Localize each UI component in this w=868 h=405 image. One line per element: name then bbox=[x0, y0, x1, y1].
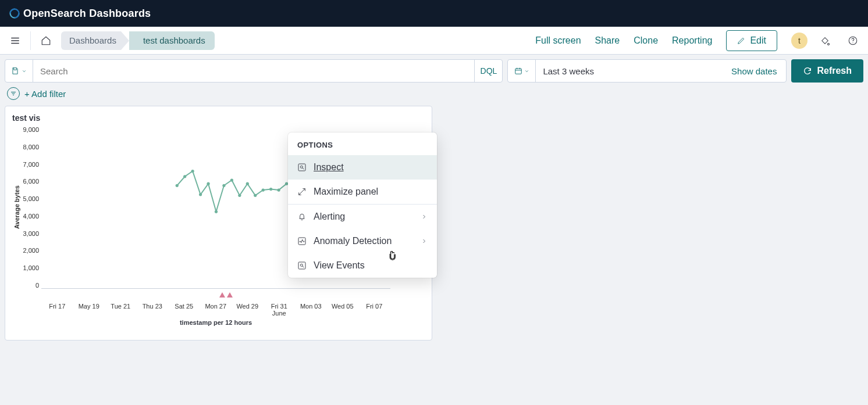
expand-icon bbox=[297, 187, 307, 196]
svg-point-10 bbox=[230, 178, 233, 181]
menu-item-inspect[interactable]: Inspect bbox=[288, 155, 437, 180]
svg-rect-25 bbox=[298, 262, 305, 269]
filter-bar: + Add filter bbox=[5, 83, 863, 106]
svg-point-14 bbox=[262, 188, 265, 191]
menu-item-anomaly[interactable]: Anomaly Detection bbox=[288, 229, 437, 253]
svg-point-6 bbox=[199, 193, 202, 196]
saved-queries-button[interactable] bbox=[5, 60, 33, 82]
panel-options-menu: OPTIONS Inspect Maximize panel Alerting … bbox=[288, 132, 437, 278]
edit-button[interactable]: Edit bbox=[726, 30, 777, 51]
full-screen-link[interactable]: Full screen bbox=[535, 35, 581, 46]
chevron-down-icon bbox=[524, 69, 529, 74]
menu-header: OPTIONS bbox=[288, 132, 437, 155]
home-button[interactable] bbox=[35, 30, 56, 51]
save-icon bbox=[11, 67, 19, 75]
opensearch-icon bbox=[9, 8, 20, 19]
appearance-button[interactable] bbox=[814, 30, 835, 51]
add-filter-link[interactable]: + Add filter bbox=[24, 89, 66, 99]
secondary-nav: Dashboards test dashboards Full screen S… bbox=[0, 27, 868, 55]
svg-point-5 bbox=[191, 170, 194, 173]
svg-point-3 bbox=[176, 184, 179, 187]
svg-point-9 bbox=[222, 184, 225, 187]
chevron-right-icon bbox=[421, 238, 428, 245]
annotation-markers bbox=[41, 289, 390, 299]
refresh-button[interactable]: Refresh bbox=[791, 59, 863, 83]
x-axis-ticks: Fri 17 May 19 Tue 21 Thu 23 Sat 25 Mon 2… bbox=[41, 303, 390, 317]
chevron-down-icon bbox=[22, 69, 27, 74]
help-icon bbox=[848, 35, 858, 46]
panel-title: test vis bbox=[12, 113, 425, 123]
avatar[interactable]: t bbox=[791, 33, 807, 49]
time-value[interactable]: Last 3 weeks bbox=[536, 60, 722, 82]
help-button[interactable] bbox=[842, 30, 863, 51]
app-title: OpenSearch Dashboards bbox=[23, 8, 151, 20]
y-axis-label: Average bytes bbox=[12, 126, 22, 289]
annotation-marker-icon bbox=[219, 292, 225, 298]
filter-icon bbox=[10, 90, 17, 97]
reporting-link[interactable]: Reporting bbox=[672, 35, 712, 46]
inspect-icon bbox=[297, 261, 307, 270]
menu-item-view-events[interactable]: View Events bbox=[288, 253, 437, 278]
bell-icon bbox=[297, 212, 307, 221]
svg-rect-22 bbox=[298, 164, 305, 171]
svg-point-1 bbox=[852, 42, 853, 43]
svg-point-4 bbox=[183, 175, 186, 178]
svg-point-12 bbox=[246, 182, 249, 185]
chevron-right-icon bbox=[421, 213, 428, 220]
dql-toggle[interactable]: DQL bbox=[474, 60, 502, 82]
hamburger-icon bbox=[10, 35, 20, 46]
x-axis-label: timestamp per 12 hours bbox=[41, 319, 390, 326]
search-input[interactable] bbox=[33, 60, 474, 82]
breadcrumb-dashboards[interactable]: Dashboards bbox=[61, 31, 121, 50]
breadcrumb-current: test dashboards bbox=[129, 31, 215, 50]
global-header: OpenSearch Dashboards bbox=[0, 0, 868, 27]
svg-point-15 bbox=[269, 188, 272, 191]
svg-rect-2 bbox=[515, 69, 522, 74]
pencil-icon bbox=[737, 37, 745, 45]
anomaly-icon bbox=[297, 236, 307, 246]
svg-point-11 bbox=[238, 194, 241, 197]
y-axis-ticks: 9,000 8,000 7,000 6,000 5,000 4,000 3,00… bbox=[22, 126, 41, 289]
inspect-icon bbox=[297, 163, 307, 172]
refresh-icon bbox=[803, 66, 812, 76]
menu-item-alerting[interactable]: Alerting bbox=[288, 204, 437, 229]
time-quick-select[interactable] bbox=[508, 60, 536, 82]
svg-point-16 bbox=[278, 188, 280, 191]
time-picker: Last 3 weeks Show dates bbox=[507, 59, 787, 83]
home-icon bbox=[41, 35, 51, 46]
nav-divider bbox=[30, 31, 31, 50]
svg-point-7 bbox=[207, 182, 209, 185]
query-bar: DQL Last 3 weeks Show dates Refresh bbox=[5, 59, 863, 83]
calendar-icon bbox=[514, 67, 522, 75]
paint-bucket-icon bbox=[820, 35, 830, 46]
show-dates-link[interactable]: Show dates bbox=[722, 60, 786, 82]
menu-toggle-button[interactable] bbox=[5, 30, 26, 51]
annotation-marker-icon bbox=[227, 292, 233, 298]
filter-options-button[interactable] bbox=[7, 87, 20, 100]
app-logo[interactable]: OpenSearch Dashboards bbox=[9, 8, 151, 20]
svg-point-13 bbox=[254, 194, 257, 197]
svg-point-8 bbox=[215, 210, 218, 213]
clone-link[interactable]: Clone bbox=[634, 35, 658, 46]
breadcrumb: Dashboards test dashboards bbox=[61, 31, 215, 50]
share-link[interactable]: Share bbox=[595, 35, 620, 46]
menu-item-maximize[interactable]: Maximize panel bbox=[288, 180, 437, 204]
